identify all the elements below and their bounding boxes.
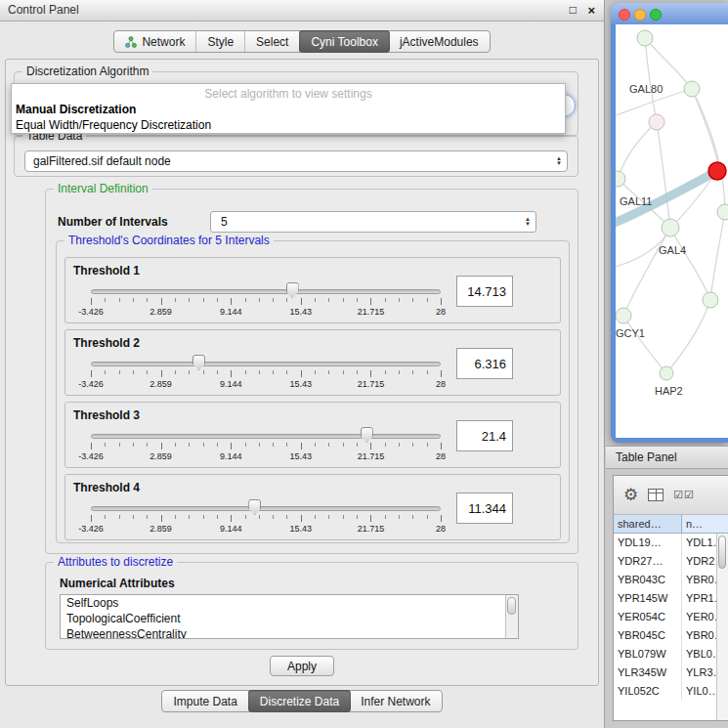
threshold-1-slider[interactable]: -3.4262.8599.14415.4321.71528 (91, 281, 441, 321)
screen: Control Panel □ × Network Style Select (0, 0, 728, 728)
list-item-selfloops[interactable]: SelfLoops (61, 595, 518, 611)
threshold-2-label: Threshold 2 (73, 336, 140, 350)
network-node[interactable] (649, 114, 664, 130)
tab-cyni-toolbox[interactable]: Cyni Toolbox (299, 30, 389, 53)
node-label-gcy1: GCY1 (616, 327, 645, 339)
network-node-highlighted[interactable] (708, 162, 726, 180)
combobox-arrows-icon: ▲▼ (556, 156, 562, 166)
tab-infer-network[interactable]: Infer Network (350, 691, 441, 711)
threshold-3-panel: Threshold 3 -3.4262.8599.14415.4321.7152… (64, 402, 561, 468)
network-node-gal80[interactable] (684, 81, 700, 97)
threshold-1-value[interactable]: 14.713 (456, 276, 513, 307)
threshold-2-value[interactable]: 6.316 (456, 348, 513, 379)
group-title: Interval Definition (54, 182, 152, 195)
close-icon[interactable]: × (587, 0, 595, 21)
table-row[interactable]: YPR145WYPR1… (614, 589, 728, 608)
threshold-1-panel: Threshold 1 -3.4262.8599.14415.4321.7152… (64, 257, 561, 323)
zoom-traffic-light[interactable] (650, 9, 662, 21)
network-view-window: GAL80 GAL11 GAL4 GCY1 HAP2 (611, 3, 728, 443)
threshold-3-slider[interactable]: -3.4262.8599.14415.4321.71528 (91, 426, 441, 465)
threshold-2-slider[interactable]: -3.4262.8599.14415.4321.71528 (91, 354, 441, 393)
tab-network[interactable]: Network (114, 31, 196, 52)
column-header-shared-name[interactable]: shared… (614, 515, 682, 533)
network-node[interactable] (717, 204, 728, 220)
scrollbar-thumb[interactable] (718, 535, 726, 569)
tab-discretize-data[interactable]: Discretize Data (248, 690, 351, 712)
threshold-2-panel: Threshold 2 -3.4262.8599.14415.4321.7152… (64, 329, 561, 396)
table-row[interactable]: YBR045CYBR0… (614, 626, 728, 645)
scrollbar-thumb[interactable] (507, 597, 516, 615)
close-traffic-light[interactable] (619, 9, 630, 21)
cyni-toolbox-panel: Discretization Algorithm Select algorith… (5, 59, 599, 686)
node-label-gal4: GAL4 (659, 244, 686, 256)
list-scrollbar[interactable] (505, 595, 518, 638)
list-item-betweennesscentrality[interactable]: BetweennessCentrality (61, 626, 518, 639)
table-row[interactable]: YDL19…YDL1… (614, 534, 728, 552)
threshold-3-value[interactable]: 21.4 (456, 420, 513, 451)
table-row[interactable]: YBL079WYBL0… (614, 645, 728, 664)
table-data-group: Table Data galFiltered.sif default node … (14, 136, 578, 177)
slider-scale: -3.4262.8599.14415.4321.71528 (91, 524, 441, 534)
table-row[interactable]: YLR345WYLR3… (614, 664, 728, 682)
thresholds-coordinates-group: Threshold's Coordinates for 5 Intervals … (56, 240, 570, 543)
node-label-gal11: GAL11 (620, 195, 652, 207)
threshold-4-slider[interactable]: -3.4262.8599.14415.4321.71528 (91, 498, 441, 537)
table-row[interactable]: YIL052CYIL0… (614, 682, 728, 701)
node-label-hap2: HAP2 (655, 385, 683, 397)
threshold-4-label: Threshold 4 (73, 481, 140, 494)
threshold-4-panel: Threshold 4 -3.4262.8599.14415.4321.7152… (64, 474, 561, 540)
network-node[interactable] (703, 292, 718, 308)
menu-item-manual-discretization[interactable]: Manual Discretization (12, 102, 565, 117)
slider-scale: -3.4262.8599.14415.4321.71528 (91, 451, 441, 461)
table-body: YDL19…YDL1… YDR27…YDR2… YBR043CYBR0… YPR… (614, 534, 728, 721)
network-node-gcy1[interactable] (616, 308, 631, 323)
table-data-combobox[interactable]: galFiltered.sif default node ▲▼ (24, 150, 568, 172)
columns-icon[interactable] (648, 489, 664, 501)
threshold-4-value[interactable]: 11.344 (456, 492, 513, 524)
table-header-row: shared… n… (614, 515, 728, 534)
group-title: Threshold's Coordinates for 5 Intervals (64, 234, 274, 247)
slider-thumb[interactable] (248, 499, 261, 515)
slider-track (91, 434, 441, 439)
menu-item-equal-width-frequency[interactable]: Equal Width/Frequency Discretization (12, 117, 565, 133)
table-panel-title: Table Panel (616, 450, 677, 464)
slider-track (91, 289, 441, 294)
float-window-icon[interactable]: □ (570, 0, 577, 21)
network-node-gal4[interactable] (662, 219, 679, 236)
select-rows-icons[interactable]: ☑☑ (673, 489, 695, 501)
slider-thumb[interactable] (286, 282, 299, 298)
slider-thumb[interactable] (361, 427, 373, 443)
group-title: Discretization Algorithm (22, 64, 152, 78)
slider-thumb[interactable] (193, 355, 205, 370)
table-scrollbar[interactable] (716, 534, 728, 721)
group-title: Attributes to discretize (54, 555, 177, 569)
number-of-intervals-label: Number of Intervals (58, 215, 168, 229)
table-row[interactable]: YDR27…YDR2… (614, 552, 728, 571)
table-data-value: galFiltered.sif default node (33, 154, 171, 168)
gear-icon[interactable]: ⚙ (623, 487, 638, 503)
apply-button[interactable]: Apply (270, 656, 334, 676)
tab-style[interactable]: Style (196, 31, 245, 52)
slider-scale: -3.4262.8599.14415.4321.71528 (91, 379, 441, 389)
tab-impute-data[interactable]: Impute Data (162, 691, 248, 711)
table-row[interactable]: YBR043CYBR0… (614, 571, 728, 589)
network-node-hap2[interactable] (660, 366, 673, 380)
tab-network-label: Network (142, 35, 185, 49)
control-panel-window: Control Panel □ × Network Style Select (0, 0, 605, 728)
table-row[interactable]: YER054CYER0… (614, 608, 728, 626)
number-of-intervals-value: 5 (221, 215, 228, 229)
threshold-1-label: Threshold 1 (73, 264, 140, 278)
cyni-mode-tabbar: Impute Data Discretize Data Infer Networ… (0, 690, 604, 712)
number-of-intervals-spinner[interactable]: 5 ▲▼ (210, 211, 536, 233)
network-icon (125, 36, 137, 48)
column-header-name[interactable]: n… (682, 515, 728, 533)
numerical-attributes-list: SelfLoops TopologicalCoefficient Between… (60, 594, 519, 639)
table-panel: ⚙ ☑☑ shared… n… YDL19…YDL1… YDR27…YDR2… … (613, 475, 728, 721)
tab-select[interactable]: Select (245, 31, 300, 52)
tab-jactivemodules[interactable]: jActiveModules (389, 31, 490, 52)
network-node[interactable] (637, 30, 653, 46)
algorithm-placeholder: Select algorithm to view settings (12, 86, 565, 102)
network-canvas[interactable]: GAL80 GAL11 GAL4 GCY1 HAP2 (616, 24, 728, 438)
list-item-topologicalcoefficient[interactable]: TopologicalCoefficient (61, 611, 518, 626)
minimize-traffic-light[interactable] (634, 9, 646, 21)
